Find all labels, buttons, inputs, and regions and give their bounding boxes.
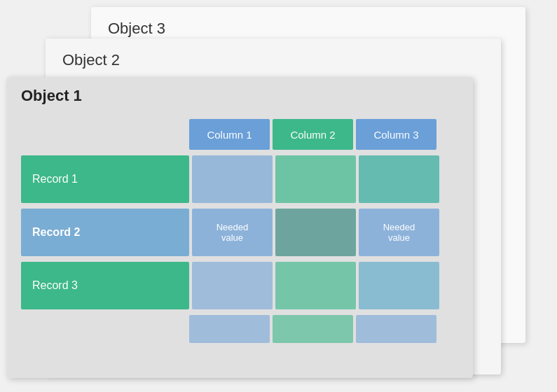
record3-label: Record 3 — [21, 262, 189, 309]
record3-cells — [192, 262, 439, 309]
table-row: Record 3 — [21, 262, 459, 309]
record2-cells: Neededvalue Neededvalue — [192, 209, 439, 256]
record2-cell3: Neededvalue — [359, 209, 439, 256]
object2-title: Object 2 — [46, 38, 501, 82]
record3-cell3 — [359, 262, 439, 309]
record2-cell1: Neededvalue — [192, 209, 273, 256]
column-header-2: Column 2 — [273, 119, 353, 150]
column-header-1: Column 1 — [189, 119, 270, 150]
bottom-cell-3 — [356, 315, 436, 343]
records-area: Record 1 Record 2 Neededvalue Neededvalu… — [21, 155, 459, 364]
record2-label: Record 2 — [21, 209, 189, 256]
record3-cell1 — [192, 262, 273, 309]
record1-cell1 — [192, 155, 273, 203]
table-row: Record 2 Neededvalue Neededvalue — [21, 209, 459, 256]
table-area: Column 1 Column 2 Column 3 Record 1 — [21, 119, 459, 364]
record3-cell2 — [275, 262, 356, 309]
bottom-cell-2 — [273, 315, 353, 343]
record2-cell2 — [275, 209, 356, 256]
record1-label: Record 1 — [21, 155, 189, 203]
bottom-partial-cells — [189, 315, 454, 343]
object1-card: Object 1 Column 1 Column 2 Column 3 Reco… — [7, 77, 473, 378]
table-row: Record 1 — [21, 155, 459, 203]
record1-cell3 — [359, 155, 439, 203]
bottom-cell-1 — [189, 315, 270, 343]
object1-title: Object 1 — [7, 77, 473, 112]
column-header-3: Column 3 — [356, 119, 436, 150]
record1-cells — [192, 155, 439, 203]
record1-cell2 — [275, 155, 356, 203]
column-header-row: Column 1 Column 2 Column 3 — [189, 119, 455, 150]
